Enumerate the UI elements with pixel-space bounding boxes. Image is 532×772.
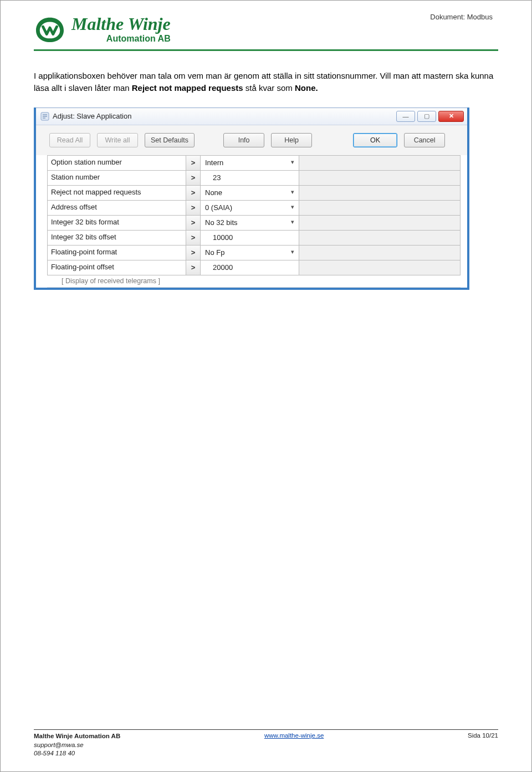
dialog-window: Adjust: Slave Application — ▢ ✕ Read All… <box>34 108 469 290</box>
body-bold-2: None. <box>295 83 318 93</box>
expand-button[interactable]: > <box>186 171 201 185</box>
config-dropdown[interactable]: No Fp <box>201 246 299 260</box>
config-row: Floating-point format>No Fp <box>48 246 461 260</box>
footer-url[interactable]: www.malthe-winje.se <box>264 732 324 739</box>
config-row: Floating-point offset>20000 <box>48 260 461 275</box>
config-row: Option station number>Intern <box>48 156 461 171</box>
read-all-button[interactable]: Read All <box>49 133 90 147</box>
page-footer: Malthe Winje Automation AB support@mwa.s… <box>34 729 498 758</box>
help-button[interactable]: Help <box>271 133 312 147</box>
minimize-button[interactable]: — <box>396 111 415 122</box>
doc-label: Dokument: Modbus <box>430 13 493 21</box>
expand-button[interactable]: > <box>186 231 201 245</box>
config-label: Floating-point offset <box>48 260 186 275</box>
config-dropdown[interactable]: No 32 bits <box>201 216 299 230</box>
footer-phone: 08-594 118 40 <box>34 749 120 758</box>
config-row: Address offset>0 (SAIA) <box>48 201 461 216</box>
config-row: Integer 32 bits offset>10000 <box>48 231 461 246</box>
footer-company: Malthe Winje Automation AB <box>34 733 120 739</box>
footer-divider <box>34 729 498 730</box>
config-row: Integer 32 bits format>No 32 bits <box>48 216 461 231</box>
logo-sub-text: Automation AB <box>71 34 171 44</box>
grid-filler <box>299 171 461 185</box>
expand-button[interactable]: > <box>186 216 201 230</box>
expand-button[interactable]: > <box>186 201 201 215</box>
body-text-2: stå kvar som <box>245 83 295 93</box>
expand-button[interactable]: > <box>186 156 201 170</box>
body-paragraph: I applikationsboxen behöver man tala om … <box>34 70 498 94</box>
grid-filler <box>299 186 461 200</box>
grid-filler <box>299 246 461 260</box>
expand-button[interactable]: > <box>186 246 201 260</box>
logo: Malthe Winje Automation AB <box>34 15 498 44</box>
info-button[interactable]: Info <box>223 133 264 147</box>
header-divider <box>34 49 498 51</box>
footer-email: support@mwa.se <box>34 741 120 750</box>
config-input[interactable]: 10000 <box>201 231 299 245</box>
maximize-button[interactable]: ▢ <box>417 111 436 122</box>
dialog-title: Adjust: Slave Application <box>53 112 131 120</box>
write-all-button[interactable]: Write all <box>97 133 138 147</box>
config-row: Station number>23 <box>48 171 461 186</box>
logo-main-text: Malthe Winje <box>71 15 171 33</box>
expand-button[interactable]: > <box>186 260 201 275</box>
body-bold-1: Reject not mapped requests <box>132 83 243 93</box>
config-dropdown[interactable]: Intern <box>201 156 299 170</box>
grid-filler <box>299 260 461 275</box>
grid-filler <box>299 216 461 230</box>
config-label: Station number <box>48 171 186 185</box>
config-label: Integer 32 bits format <box>48 216 186 230</box>
config-label: Floating-point format <box>48 246 186 260</box>
grid-filler <box>299 231 461 245</box>
cutoff-row: [ Display of received telegrams ] <box>47 275 461 288</box>
grid-filler <box>299 201 461 215</box>
config-input[interactable]: 20000 <box>201 260 299 275</box>
config-input[interactable]: 23 <box>201 171 299 185</box>
logo-icon <box>34 16 66 43</box>
config-row: Reject not mapped requests>None <box>48 186 461 201</box>
set-defaults-button[interactable]: Set Defaults <box>145 133 195 147</box>
config-label: Integer 32 bits offset <box>48 231 186 245</box>
expand-button[interactable]: > <box>186 186 201 200</box>
close-button[interactable]: ✕ <box>438 111 464 122</box>
dialog-titlebar[interactable]: Adjust: Slave Application — ▢ ✕ <box>36 108 467 125</box>
dialog-toolbar: Read All Write all Set Defaults Info Hel… <box>36 125 467 155</box>
app-icon <box>40 112 49 121</box>
config-grid: Option station number>InternStation numb… <box>47 155 461 275</box>
config-dropdown[interactable]: None <box>201 186 299 200</box>
cancel-button[interactable]: Cancel <box>404 133 445 147</box>
footer-page: Sida 10/21 <box>468 732 498 758</box>
config-label: Reject not mapped requests <box>48 186 186 200</box>
ok-button[interactable]: OK <box>353 133 397 147</box>
config-dropdown[interactable]: 0 (SAIA) <box>201 201 299 215</box>
grid-filler <box>299 156 461 170</box>
config-label: Option station number <box>48 156 186 170</box>
config-label: Address offset <box>48 201 186 215</box>
